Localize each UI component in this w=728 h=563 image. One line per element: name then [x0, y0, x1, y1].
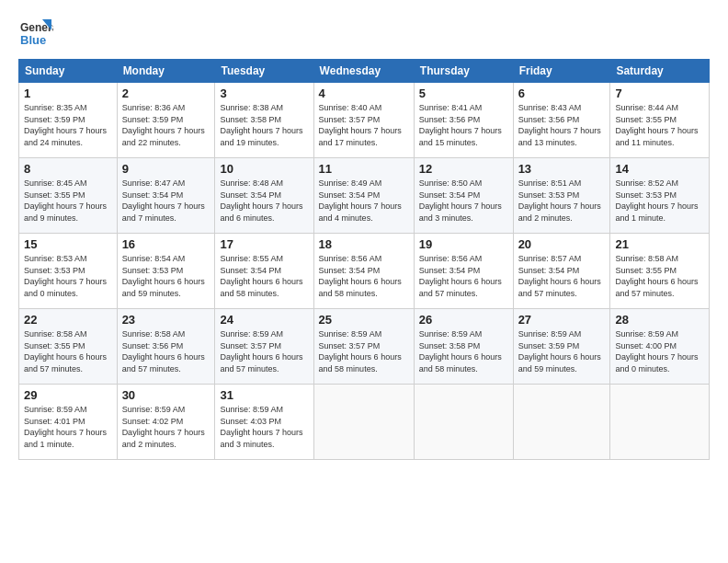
calendar-day-cell: 5 Sunrise: 8:41 AM Sunset: 3:56 PM Dayli…	[414, 83, 513, 158]
calendar-day-cell: 24 Sunrise: 8:59 AM Sunset: 3:57 PM Dayl…	[215, 309, 313, 385]
day-info: Sunrise: 8:55 AM Sunset: 3:54 PM Dayligh…	[220, 253, 308, 299]
day-number: 5	[419, 86, 508, 100]
page: General Blue SundayMondayTuesdayWednesda…	[0, 0, 728, 563]
day-number: 19	[419, 237, 508, 251]
day-info: Sunrise: 8:59 AM Sunset: 4:02 PM Dayligh…	[122, 404, 210, 450]
calendar-day-cell: 29 Sunrise: 8:59 AM Sunset: 4:01 PM Dayl…	[19, 385, 118, 460]
calendar-day-header: Tuesday	[215, 60, 313, 83]
day-number: 2	[122, 86, 210, 100]
day-number: 20	[518, 237, 606, 251]
day-info: Sunrise: 8:58 AM Sunset: 3:55 PM Dayligh…	[24, 328, 112, 374]
day-info: Sunrise: 8:50 AM Sunset: 3:54 PM Dayligh…	[419, 178, 508, 224]
day-number: 22	[24, 313, 112, 327]
calendar-day-cell: 15 Sunrise: 8:53 AM Sunset: 3:53 PM Dayl…	[19, 234, 118, 309]
calendar-week-row: 1 Sunrise: 8:35 AM Sunset: 3:59 PM Dayli…	[19, 83, 710, 158]
calendar-day-cell: 25 Sunrise: 8:59 AM Sunset: 3:57 PM Dayl…	[313, 309, 414, 385]
calendar-day-cell: 26 Sunrise: 8:59 AM Sunset: 3:58 PM Dayl…	[414, 309, 513, 385]
calendar-day-header: Friday	[513, 60, 610, 83]
day-info: Sunrise: 8:51 AM Sunset: 3:53 PM Dayligh…	[518, 178, 606, 224]
day-info: Sunrise: 8:59 AM Sunset: 3:59 PM Dayligh…	[518, 328, 606, 374]
day-info: Sunrise: 8:59 AM Sunset: 4:03 PM Dayligh…	[220, 404, 308, 450]
day-number: 6	[518, 86, 606, 100]
calendar-day-cell: 27 Sunrise: 8:59 AM Sunset: 3:59 PM Dayl…	[513, 309, 610, 385]
day-number: 21	[615, 237, 704, 251]
day-info: Sunrise: 8:59 AM Sunset: 3:57 PM Dayligh…	[220, 328, 308, 374]
day-info: Sunrise: 8:45 AM Sunset: 3:55 PM Dayligh…	[24, 178, 112, 224]
calendar-day-header: Wednesday	[313, 60, 414, 83]
day-info: Sunrise: 8:53 AM Sunset: 3:53 PM Dayligh…	[24, 253, 112, 299]
day-number: 9	[122, 162, 210, 176]
day-number: 11	[319, 162, 409, 176]
day-info: Sunrise: 8:54 AM Sunset: 3:53 PM Dayligh…	[122, 253, 210, 299]
day-number: 1	[24, 86, 112, 100]
day-number: 16	[122, 237, 210, 251]
day-number: 30	[122, 388, 210, 402]
day-number: 8	[24, 162, 112, 176]
svg-text:Blue: Blue	[20, 33, 46, 47]
calendar-day-header: Monday	[117, 60, 215, 83]
day-number: 23	[122, 313, 210, 327]
day-info: Sunrise: 8:47 AM Sunset: 3:54 PM Dayligh…	[122, 178, 210, 224]
day-info: Sunrise: 8:41 AM Sunset: 3:56 PM Dayligh…	[419, 102, 508, 148]
calendar-day-cell: 21 Sunrise: 8:58 AM Sunset: 3:55 PM Dayl…	[610, 234, 710, 309]
calendar-day-cell: 20 Sunrise: 8:57 AM Sunset: 3:54 PM Dayl…	[513, 234, 610, 309]
calendar-day-cell: 18 Sunrise: 8:56 AM Sunset: 3:54 PM Dayl…	[313, 234, 414, 309]
calendar-day-cell: 28 Sunrise: 8:59 AM Sunset: 4:00 PM Dayl…	[610, 309, 710, 385]
calendar-day-cell: 7 Sunrise: 8:44 AM Sunset: 3:55 PM Dayli…	[610, 83, 710, 158]
day-info: Sunrise: 8:38 AM Sunset: 3:58 PM Dayligh…	[220, 102, 308, 148]
calendar-week-row: 29 Sunrise: 8:59 AM Sunset: 4:01 PM Dayl…	[19, 385, 710, 460]
calendar-day-cell: 16 Sunrise: 8:54 AM Sunset: 3:53 PM Dayl…	[117, 234, 215, 309]
calendar-day-cell	[414, 385, 513, 460]
header: General Blue	[18, 17, 710, 52]
day-info: Sunrise: 8:35 AM Sunset: 3:59 PM Dayligh…	[24, 102, 112, 148]
calendar-day-cell: 13 Sunrise: 8:51 AM Sunset: 3:53 PM Dayl…	[513, 158, 610, 234]
day-number: 4	[319, 86, 409, 100]
calendar-day-cell: 22 Sunrise: 8:58 AM Sunset: 3:55 PM Dayl…	[19, 309, 118, 385]
day-number: 12	[419, 162, 508, 176]
day-number: 24	[220, 313, 308, 327]
calendar-week-row: 22 Sunrise: 8:58 AM Sunset: 3:55 PM Dayl…	[19, 309, 710, 385]
calendar-day-cell: 30 Sunrise: 8:59 AM Sunset: 4:02 PM Dayl…	[117, 385, 215, 460]
day-info: Sunrise: 8:58 AM Sunset: 3:56 PM Dayligh…	[122, 328, 210, 374]
logo: General Blue	[18, 17, 53, 52]
day-number: 10	[220, 162, 308, 176]
day-info: Sunrise: 8:59 AM Sunset: 4:00 PM Dayligh…	[615, 328, 704, 374]
calendar-day-cell: 31 Sunrise: 8:59 AM Sunset: 4:03 PM Dayl…	[215, 385, 313, 460]
day-number: 31	[220, 388, 308, 402]
day-info: Sunrise: 8:58 AM Sunset: 3:55 PM Dayligh…	[615, 253, 704, 299]
day-number: 13	[518, 162, 606, 176]
day-number: 3	[220, 86, 308, 100]
day-number: 26	[419, 313, 508, 327]
calendar-day-cell: 8 Sunrise: 8:45 AM Sunset: 3:55 PM Dayli…	[19, 158, 118, 234]
day-number: 14	[615, 162, 704, 176]
day-info: Sunrise: 8:59 AM Sunset: 3:57 PM Dayligh…	[319, 328, 409, 374]
day-number: 27	[518, 313, 606, 327]
calendar-table: SundayMondayTuesdayWednesdayThursdayFrid…	[18, 59, 710, 460]
logo-svg: General Blue	[18, 17, 53, 52]
day-info: Sunrise: 8:59 AM Sunset: 4:01 PM Dayligh…	[24, 404, 112, 450]
day-info: Sunrise: 8:43 AM Sunset: 3:56 PM Dayligh…	[518, 102, 606, 148]
calendar-day-header: Thursday	[414, 60, 513, 83]
calendar-week-row: 8 Sunrise: 8:45 AM Sunset: 3:55 PM Dayli…	[19, 158, 710, 234]
calendar-week-row: 15 Sunrise: 8:53 AM Sunset: 3:53 PM Dayl…	[19, 234, 710, 309]
day-number: 28	[615, 313, 704, 327]
day-number: 7	[615, 86, 704, 100]
day-number: 17	[220, 237, 308, 251]
day-info: Sunrise: 8:49 AM Sunset: 3:54 PM Dayligh…	[319, 178, 409, 224]
calendar-day-cell: 1 Sunrise: 8:35 AM Sunset: 3:59 PM Dayli…	[19, 83, 118, 158]
day-info: Sunrise: 8:59 AM Sunset: 3:58 PM Dayligh…	[419, 328, 508, 374]
day-info: Sunrise: 8:56 AM Sunset: 3:54 PM Dayligh…	[319, 253, 409, 299]
day-info: Sunrise: 8:36 AM Sunset: 3:59 PM Dayligh…	[122, 102, 210, 148]
day-info: Sunrise: 8:44 AM Sunset: 3:55 PM Dayligh…	[615, 102, 704, 148]
calendar-day-cell: 4 Sunrise: 8:40 AM Sunset: 3:57 PM Dayli…	[313, 83, 414, 158]
calendar-day-cell: 2 Sunrise: 8:36 AM Sunset: 3:59 PM Dayli…	[117, 83, 215, 158]
calendar-day-cell: 23 Sunrise: 8:58 AM Sunset: 3:56 PM Dayl…	[117, 309, 215, 385]
calendar-day-cell: 10 Sunrise: 8:48 AM Sunset: 3:54 PM Dayl…	[215, 158, 313, 234]
day-number: 29	[24, 388, 112, 402]
calendar-day-cell: 14 Sunrise: 8:52 AM Sunset: 3:53 PM Dayl…	[610, 158, 710, 234]
calendar-day-cell: 6 Sunrise: 8:43 AM Sunset: 3:56 PM Dayli…	[513, 83, 610, 158]
calendar-day-cell	[513, 385, 610, 460]
day-number: 25	[319, 313, 409, 327]
calendar-day-cell: 11 Sunrise: 8:49 AM Sunset: 3:54 PM Dayl…	[313, 158, 414, 234]
calendar-header-row: SundayMondayTuesdayWednesdayThursdayFrid…	[19, 60, 710, 83]
